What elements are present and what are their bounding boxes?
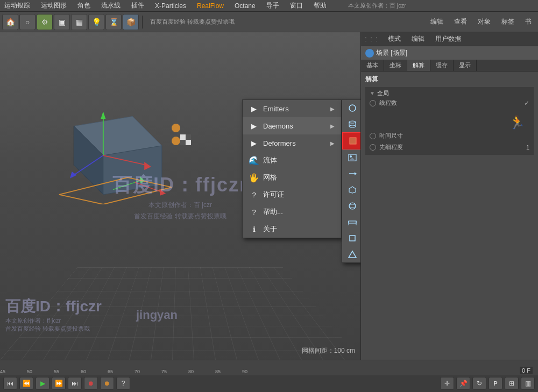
- toolbar-btn-3[interactable]: ⚙: [37, 14, 53, 30]
- menu-pipeline[interactable]: 流水线: [99, 0, 123, 11]
- shape-triangle[interactable]: 三角形: [342, 246, 360, 262]
- btn-rewind[interactable]: ⏮: [3, 377, 17, 390]
- subtab-basic[interactable]: 基本: [361, 60, 384, 71]
- radio-time[interactable]: [370, 133, 376, 139]
- shape-sphere[interactable]: 球体: [342, 198, 360, 214]
- popup-text: 本文原创作者：百 jczr: [346, 1, 408, 11]
- menu-item-help[interactable]: ? 帮助...: [243, 203, 341, 220]
- menu-item-daemons[interactable]: ▶ Daemons ▶: [243, 117, 341, 134]
- svg-marker-8: [70, 172, 77, 179]
- radio-detail[interactable]: [370, 144, 376, 151]
- btn-record[interactable]: ⏺: [84, 377, 98, 390]
- object-icon: [348, 185, 357, 195]
- btn-grid-view[interactable]: ⊞: [505, 377, 519, 390]
- toolbar-btn-5[interactable]: ▦: [71, 14, 87, 30]
- svg-point-18: [349, 125, 356, 127]
- right-header-object[interactable]: 对象: [473, 16, 495, 27]
- svg-rect-35: [186, 134, 191, 140]
- btn-help[interactable]: ?: [116, 377, 130, 390]
- toolbar-btn-8[interactable]: 📦: [123, 14, 139, 30]
- shape-fill[interactable]: 填充: [342, 132, 360, 149]
- menu-motion-shape[interactable]: 运动图形: [39, 0, 69, 11]
- right-panel: ⋮⋮⋮ 模式 编辑 用户数据 场景 [场景] 基本 坐标 解算 缓存 显示 解算…: [360, 32, 538, 360]
- shape-image[interactable]: 图像: [342, 149, 360, 166]
- menu-guide[interactable]: 导手: [264, 0, 281, 11]
- right-header-edit[interactable]: 编辑: [426, 16, 448, 27]
- global-label: 全局: [377, 89, 389, 97]
- toolbar-btn-7[interactable]: ⌛: [105, 14, 122, 30]
- frame-indicator: 0 F: [520, 367, 533, 374]
- shape-linear[interactable]: 线性: [342, 166, 360, 182]
- timeline[interactable]: 45 50 55 60 65 70 75 80 85 90 0 F: [0, 360, 538, 375]
- viewport[interactable]: 百度ID：ffjczr 本文原创作者：百 jczr 首发百度经验 转载要点赞投票…: [0, 32, 360, 360]
- shape-cylinder[interactable]: 图柱: [342, 116, 360, 132]
- tab-userdata[interactable]: 用户数据: [431, 33, 465, 45]
- btn-layer[interactable]: ▥: [521, 377, 535, 390]
- btn-record2[interactable]: ⏺: [100, 377, 114, 390]
- menu-item-fluid[interactable]: 🌊 流体: [243, 152, 341, 169]
- right-header-view[interactable]: 查看: [450, 16, 471, 27]
- svg-marker-25: [349, 187, 356, 193]
- btn-step-back[interactable]: ⏪: [19, 377, 33, 390]
- detail-value: 1: [526, 144, 529, 151]
- toolbar-sep-1: [142, 16, 143, 28]
- shapes-submenu[interactable]: 图形 图柱: [342, 99, 360, 263]
- btn-rotate[interactable]: ↻: [472, 377, 486, 390]
- btn-parking[interactable]: P: [489, 377, 502, 390]
- menu-item-mesh[interactable]: 🖐 网格: [243, 169, 341, 186]
- btn-play[interactable]: ▶: [36, 377, 49, 390]
- right-header-book[interactable]: 书: [521, 16, 536, 27]
- subtab-cache[interactable]: 缓存: [430, 60, 454, 71]
- subtab-display[interactable]: 显示: [454, 60, 477, 71]
- svg-point-14: [349, 105, 356, 111]
- menu-motion-trace[interactable]: 运动银踪: [2, 0, 32, 11]
- menu-item-about[interactable]: ℹ 关于: [243, 220, 341, 238]
- scene-subtabs: 基本 坐标 解算 缓存 显示: [361, 60, 538, 72]
- subtab-solve[interactable]: 解算: [407, 60, 430, 71]
- sphere-icon: [348, 201, 357, 211]
- scene-sphere-icon: [365, 49, 374, 58]
- menu-item-deformers[interactable]: ▶ Deformers ▶: [243, 134, 341, 152]
- menu-xparticles[interactable]: X-Particles: [153, 1, 188, 11]
- 3d-box: [43, 97, 183, 204]
- grid-label: 网格间距：100 cm: [302, 346, 355, 355]
- menu-plugins[interactable]: 插件: [129, 0, 146, 11]
- help-icon: ?: [249, 207, 259, 217]
- toolbar-btn-light[interactable]: 💡: [88, 14, 104, 30]
- mesh-icon: 🖐: [249, 173, 259, 182]
- detail-label: 先细程度: [379, 143, 403, 151]
- btn-step-fwd[interactable]: ⏩: [52, 377, 66, 390]
- btn-snap[interactable]: 📌: [456, 377, 470, 390]
- tab-mode[interactable]: 模式: [384, 33, 405, 45]
- subtab-coords[interactable]: 坐标: [384, 60, 407, 71]
- toolbar-btn-4[interactable]: ▣: [54, 14, 70, 30]
- shape-circle[interactable]: 图形: [342, 100, 360, 116]
- shape-spline[interactable]: 样条: [342, 214, 360, 230]
- menu-window[interactable]: 窗口: [288, 0, 305, 11]
- menu-character[interactable]: 角色: [75, 0, 93, 11]
- menu-octane[interactable]: Octane: [232, 1, 258, 11]
- triangle-icon: [348, 250, 357, 259]
- right-header-tag[interactable]: 标签: [497, 16, 519, 27]
- svg-point-26: [349, 203, 356, 209]
- toolbar-btn-2[interactable]: ○: [19, 14, 36, 30]
- btn-transform[interactable]: ✛: [440, 377, 454, 390]
- tab-edit[interactable]: 编辑: [407, 33, 429, 45]
- svg-point-21: [350, 155, 352, 158]
- radio-threads[interactable]: [370, 100, 376, 106]
- menu-item-license[interactable]: ? 许可证: [243, 186, 341, 203]
- global-group-header[interactable]: ▼ 全局: [370, 89, 529, 97]
- playback-controls: ⏮ ⏪ ▶ ⏩ ⏭ ⏺ ⏺ ? ✛ 📌 ↻ P ⊞ ▥: [0, 375, 538, 392]
- shape-square[interactable]: 平方: [342, 230, 360, 246]
- menu-realflow[interactable]: RealFlow: [195, 1, 226, 11]
- svg-rect-28: [349, 221, 356, 223]
- svg-rect-34: [186, 140, 191, 145]
- menu-help[interactable]: 帮助: [312, 0, 329, 11]
- shape-object[interactable]: 对象: [342, 182, 360, 198]
- toolbar-btn-1[interactable]: 🏠: [2, 14, 18, 30]
- realflow-menu[interactable]: ▶ Emitters ▶ ▶ Daemons ▶ ▶ Deformers ▶ 🌊…: [242, 99, 342, 238]
- top-menubar: 运动银踪 运动图形 角色 流水线 插件 X-Particles RealFlow…: [0, 0, 538, 12]
- btn-end[interactable]: ⏭: [68, 377, 82, 390]
- bottom-area: 45 50 55 60 65 70 75 80 85 90 0 F ⏮ ⏪ ▶ …: [0, 360, 538, 392]
- menu-item-emitters[interactable]: ▶ Emitters ▶: [243, 100, 341, 117]
